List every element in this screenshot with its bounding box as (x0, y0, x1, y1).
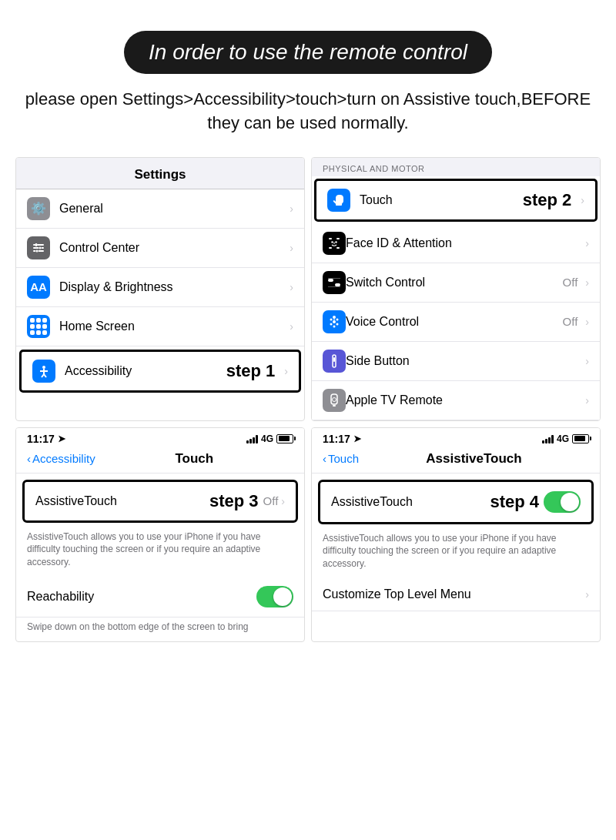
gear-icon: ⚙️ (27, 197, 50, 220)
face-id-label: Face ID & Attention (346, 236, 581, 250)
settings-panel: Settings ⚙️ General › (15, 157, 305, 421)
physical-motor-list: Touch step 2 › (312, 179, 600, 420)
settings-item-face-id[interactable]: Face ID & Attention › (312, 224, 600, 263)
settings-item-general[interactable]: ⚙️ General › (16, 189, 304, 229)
control-center-label: Control Center (59, 241, 285, 255)
appletv-label: Apple TV Remote (346, 393, 581, 407)
home-screen-label: Home Screen (59, 320, 285, 333)
touch-panel: 11:17 ➤ 4G ‹ Accessibil (15, 427, 305, 642)
nav-title-4: AssistiveTouch (426, 451, 521, 467)
chevron-icon: › (585, 394, 589, 407)
assistive-touch-label-3: AssistiveTouch (35, 494, 209, 508)
swipe-text: Swipe down on the bottom edge of the scr… (16, 617, 304, 641)
touch-label: Touch (360, 193, 523, 207)
status-icons-4: 4G (542, 433, 589, 444)
location-icon-3: ➤ (58, 433, 65, 444)
svg-point-30 (330, 323, 333, 325)
svg-point-6 (39, 246, 42, 249)
voice-control-label: Voice Control (346, 315, 563, 329)
step4-badge: step 4 (490, 492, 539, 512)
switch-control-label: Switch Control (346, 276, 563, 289)
chevron-icon: › (290, 281, 293, 293)
svg-rect-34 (333, 357, 335, 362)
svg-point-19 (335, 241, 336, 243)
network-type-3: 4G (261, 433, 273, 444)
chevron-icon: › (585, 276, 589, 289)
step3-badge: step 3 (209, 491, 259, 511)
svg-rect-22 (335, 283, 340, 286)
svg-point-9 (42, 366, 45, 369)
svg-rect-21 (328, 279, 333, 282)
appletv-icon (323, 389, 346, 412)
svg-point-36 (333, 397, 336, 401)
assistive-toggle-4[interactable] (544, 491, 581, 513)
settings-item-switch-control[interactable]: Switch Control Off › (312, 263, 600, 303)
svg-point-25 (333, 316, 336, 319)
location-icon-4: ➤ (353, 433, 361, 444)
status-icons-3: 4G (246, 433, 293, 444)
settings-item-control-center[interactable]: Control Center › (16, 229, 304, 268)
assistive-touch-panel: 11:17 ➤ 4G ‹ Touch (311, 427, 601, 642)
signal-bars-3 (246, 434, 258, 443)
subtitle: please open Settings>Accessibility>touch… (15, 88, 601, 136)
battery-icon-4 (572, 434, 589, 443)
nav-bar-4: ‹ Touch AssistiveTouch (312, 448, 600, 474)
step1-badge: step 1 (226, 361, 276, 381)
voice-control-off: Off (563, 315, 578, 328)
svg-point-4 (35, 243, 38, 246)
settings-item-voice-control[interactable]: Voice Control Off › (312, 303, 600, 342)
time-3: 11:17 (27, 433, 55, 445)
reachability-label: Reachability (27, 590, 256, 604)
svg-point-32 (333, 325, 336, 327)
back-label-4: Touch (328, 452, 359, 465)
back-button-4[interactable]: ‹ Touch (323, 452, 359, 465)
switch-control-off: Off (563, 276, 578, 289)
face-id-icon (323, 232, 346, 255)
accessibility-icon (32, 360, 55, 383)
back-label-3: Accessibility (32, 452, 95, 465)
back-button-3[interactable]: ‹ Accessibility (27, 452, 95, 465)
reachability-toggle[interactable] (256, 586, 293, 607)
settings-item-touch[interactable]: Touch step 2 › (314, 179, 598, 222)
svg-point-28 (330, 318, 333, 320)
accessibility-label: Accessibility (65, 364, 226, 378)
svg-rect-16 (329, 247, 332, 249)
reachability-row[interactable]: Reachability (16, 577, 304, 617)
chevron-icon: › (585, 237, 589, 249)
display-icon: AA (27, 276, 50, 299)
settings-item-home-screen[interactable]: Home Screen › (16, 307, 304, 346)
header-pill: In order to use the remote control (124, 31, 492, 74)
svg-rect-14 (329, 238, 332, 239)
settings-item-accessibility[interactable]: Accessibility step 1 › (19, 350, 301, 393)
status-bar-3: 11:17 ➤ 4G (16, 428, 304, 448)
nav-title-3: Touch (175, 451, 213, 467)
settings-item-appletv[interactable]: Apple TV Remote › (312, 381, 600, 420)
assistive-touch-row-4[interactable]: AssistiveTouch step 4 (318, 480, 594, 524)
svg-rect-37 (333, 405, 336, 407)
customize-label: Customize Top Level Menu (323, 587, 585, 601)
settings-title: Settings (16, 158, 304, 189)
screenshots-grid: Settings ⚙️ General › (15, 157, 601, 642)
assistive-touch-row-3[interactable]: AssistiveTouch step 3 Off › (22, 480, 298, 523)
time-4: 11:17 (323, 433, 350, 445)
assistive-chevron-3: › (281, 495, 285, 507)
settings-item-display[interactable]: AA Display & Brightness › (16, 268, 304, 307)
network-type-4: 4G (557, 433, 569, 444)
settings-list: ⚙️ General › (16, 189, 304, 393)
svg-point-26 (333, 320, 336, 323)
assistive-off-label: Off (263, 494, 279, 507)
svg-point-18 (331, 241, 333, 243)
section-label: PHYSICAL AND MOTOR (312, 158, 600, 176)
customize-row[interactable]: Customize Top Level Menu › (312, 578, 600, 611)
svg-rect-24 (328, 286, 340, 287)
svg-rect-23 (328, 278, 340, 279)
settings-item-side-button[interactable]: Side Button › (312, 342, 600, 381)
svg-point-8 (36, 249, 38, 252)
customize-chevron: › (585, 588, 589, 601)
assistive-description-3: AssistiveTouch allows you to use your iP… (16, 529, 304, 577)
battery-icon-3 (276, 434, 293, 443)
status-bar-4: 11:17 ➤ 4G (312, 428, 600, 448)
signal-bars-4 (542, 434, 554, 443)
chevron-icon: › (290, 320, 293, 333)
chevron-icon: › (284, 365, 288, 377)
